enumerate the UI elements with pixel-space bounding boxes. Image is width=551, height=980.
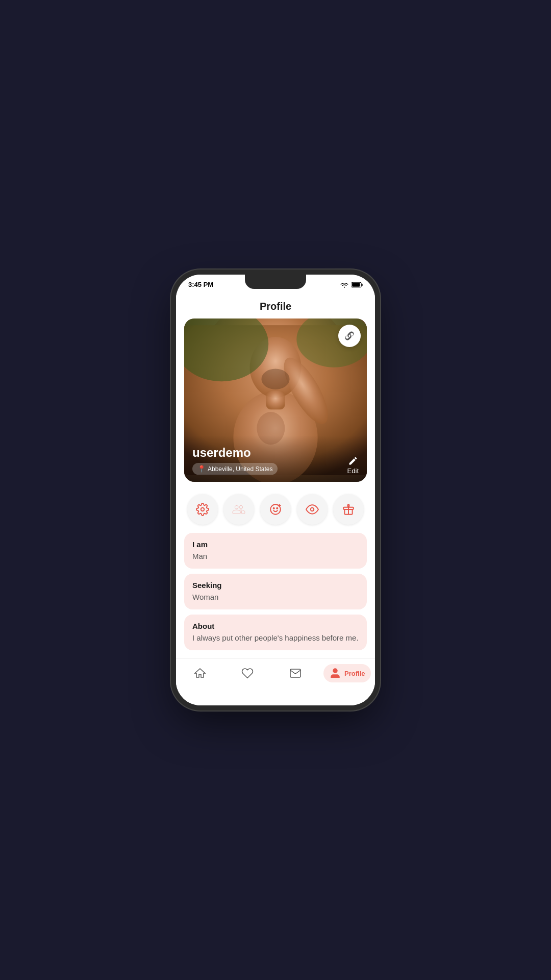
i-am-value: Man xyxy=(192,552,359,560)
add-emoji-icon xyxy=(269,503,282,516)
battery-icon xyxy=(352,282,363,288)
page-title: Profile xyxy=(176,292,375,318)
profile-overlay: userdemo 📍 Abbeville, United States Edit xyxy=(184,435,367,482)
gifts-button[interactable] xyxy=(333,494,364,525)
settings-button[interactable] xyxy=(187,494,218,525)
i-am-card: I am Man xyxy=(184,533,367,569)
seeking-value: Woman xyxy=(192,593,359,601)
wifi-icon xyxy=(340,282,348,288)
info-section: I am Man Seeking Woman About I always pu… xyxy=(176,533,375,650)
location-pin-icon: 📍 xyxy=(197,465,206,473)
message-icon xyxy=(289,667,302,679)
profile-icon xyxy=(329,667,341,679)
views-button[interactable] xyxy=(297,494,328,525)
profile-location-text: Abbeville, United States xyxy=(208,465,272,473)
svg-point-15 xyxy=(277,508,278,509)
svg-rect-2 xyxy=(352,283,360,286)
bottom-spacer xyxy=(176,650,375,658)
svg-point-18 xyxy=(310,508,314,511)
notch xyxy=(245,275,306,289)
share-icon xyxy=(344,330,355,341)
phone-shell: 3:45 PM Profile xyxy=(176,275,375,705)
app-content: Profile xyxy=(176,292,375,705)
bottom-nav: Profile xyxy=(176,658,375,693)
messages-nav-item[interactable] xyxy=(271,664,319,682)
profile-location: 📍 Abbeville, United States xyxy=(192,463,278,475)
svg-rect-7 xyxy=(266,391,285,410)
svg-point-9 xyxy=(261,369,289,389)
edit-label: Edit xyxy=(347,467,359,475)
svg-point-22 xyxy=(333,669,337,673)
matches-icon xyxy=(232,503,245,516)
heart-icon xyxy=(241,667,254,679)
profile-username: userdemo xyxy=(192,446,278,460)
status-icons xyxy=(340,282,363,288)
views-icon xyxy=(306,503,319,516)
gifts-icon xyxy=(342,503,355,516)
profile-nav-item[interactable]: Profile xyxy=(323,664,371,682)
settings-icon xyxy=(196,503,209,516)
profile-card: userdemo 📍 Abbeville, United States Edit xyxy=(184,318,367,482)
about-label: About xyxy=(192,622,359,630)
status-time: 3:45 PM xyxy=(188,281,213,288)
likes-nav-item[interactable] xyxy=(224,664,272,682)
seeking-label: Seeking xyxy=(192,581,359,590)
edit-icon xyxy=(348,456,358,466)
about-value: I always put other people's happiness be… xyxy=(192,633,359,642)
action-icons-row xyxy=(176,490,375,533)
svg-point-12 xyxy=(201,508,205,511)
edit-button[interactable]: Edit xyxy=(347,456,359,475)
profile-info: userdemo 📍 Abbeville, United States xyxy=(192,446,278,475)
i-am-label: I am xyxy=(192,540,359,549)
share-button[interactable] xyxy=(338,325,361,347)
add-reaction-button[interactable] xyxy=(260,494,291,525)
home-icon xyxy=(194,667,206,679)
about-card: About I always put other people's happin… xyxy=(184,615,367,650)
home-nav-item[interactable] xyxy=(176,664,224,682)
svg-rect-1 xyxy=(361,283,362,285)
svg-point-14 xyxy=(273,508,274,509)
matches-button[interactable] xyxy=(223,494,254,525)
seeking-card: Seeking Woman xyxy=(184,574,367,609)
profile-nav-label: Profile xyxy=(344,670,365,677)
